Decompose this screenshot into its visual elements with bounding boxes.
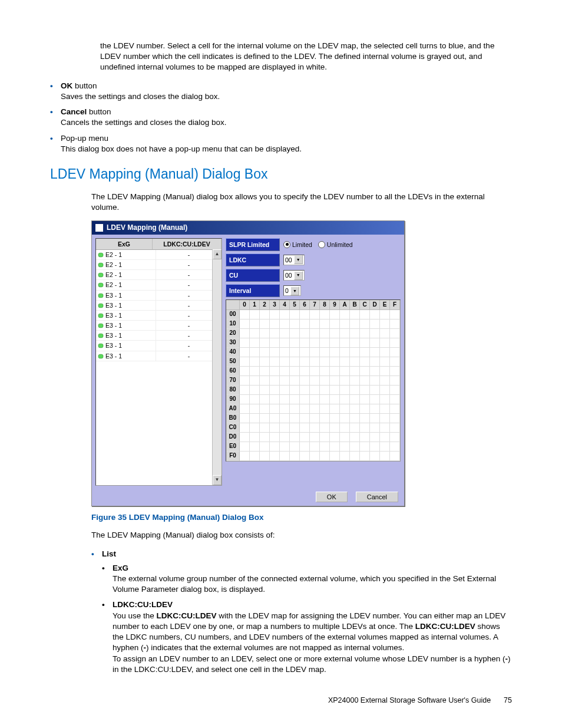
ldev-map-cell[interactable] bbox=[370, 329, 380, 338]
ldev-map-cell[interactable] bbox=[250, 348, 260, 357]
ldev-map-cell[interactable] bbox=[280, 423, 290, 433]
ldev-map-cell[interactable] bbox=[240, 338, 250, 348]
ldev-map-cell[interactable] bbox=[350, 376, 360, 386]
ldev-map-cell[interactable] bbox=[320, 423, 330, 433]
ldev-map-cell[interactable] bbox=[340, 338, 350, 348]
ldev-map-cell[interactable] bbox=[300, 319, 310, 329]
ldev-map-cell[interactable] bbox=[380, 433, 390, 442]
ldev-map-cell[interactable] bbox=[270, 414, 280, 423]
ldev-map-cell[interactable] bbox=[250, 310, 260, 319]
ldev-map-cell[interactable] bbox=[380, 367, 390, 376]
ldev-map-cell[interactable] bbox=[240, 395, 250, 404]
ldev-map-cell[interactable] bbox=[240, 310, 250, 319]
ldev-map-cell[interactable] bbox=[300, 423, 310, 433]
ldev-map-cell[interactable] bbox=[320, 319, 330, 329]
ldev-map-cell[interactable] bbox=[350, 348, 360, 357]
ldev-map-cell[interactable] bbox=[240, 433, 250, 442]
ldev-map-cell[interactable] bbox=[320, 338, 330, 348]
ldev-map-cell[interactable] bbox=[350, 395, 360, 404]
ldev-map-cell[interactable] bbox=[350, 367, 360, 376]
ldev-map-cell[interactable] bbox=[260, 404, 270, 414]
ldev-map-cell[interactable] bbox=[370, 386, 380, 395]
ldev-map-cell[interactable] bbox=[260, 395, 270, 404]
ldev-map-cell[interactable] bbox=[290, 319, 300, 329]
ldev-map-cell[interactable] bbox=[340, 414, 350, 423]
ldev-map-cell[interactable] bbox=[260, 367, 270, 376]
ldev-map-cell[interactable] bbox=[370, 338, 380, 348]
ldev-map-cell[interactable] bbox=[300, 357, 310, 367]
ldev-map-cell[interactable] bbox=[330, 329, 340, 338]
ldev-map-cell[interactable] bbox=[390, 367, 400, 376]
ldev-map-cell[interactable] bbox=[290, 367, 300, 376]
ldev-map-cell[interactable] bbox=[340, 319, 350, 329]
ldev-map-cell[interactable] bbox=[390, 414, 400, 423]
ldev-map-cell[interactable] bbox=[280, 404, 290, 414]
ldev-map-cell[interactable] bbox=[270, 357, 280, 367]
table-row[interactable]: E3 - 1- bbox=[96, 351, 222, 361]
ldev-map-cell[interactable] bbox=[330, 319, 340, 329]
ldev-map-cell[interactable] bbox=[390, 376, 400, 386]
ldev-map-cell[interactable] bbox=[300, 452, 310, 461]
ldev-map-cell[interactable] bbox=[380, 310, 390, 319]
ldev-map-cell[interactable] bbox=[360, 452, 370, 461]
ldev-map-cell[interactable] bbox=[320, 404, 330, 414]
ldev-map-cell[interactable] bbox=[280, 452, 290, 461]
ldev-map-cell[interactable] bbox=[240, 367, 250, 376]
ldev-map-cell[interactable] bbox=[380, 442, 390, 452]
external-volume-list[interactable]: ExG LDKC:CU:LDEV E2 - 1-E2 - 1-E2 - 1-E2… bbox=[95, 238, 222, 486]
ldev-map-cell[interactable] bbox=[390, 452, 400, 461]
ldev-map-cell[interactable] bbox=[360, 357, 370, 367]
ldev-map-cell[interactable] bbox=[290, 376, 300, 386]
ldev-map-cell[interactable] bbox=[330, 367, 340, 376]
ldev-map-cell[interactable] bbox=[250, 442, 260, 452]
ldev-map-cell[interactable] bbox=[280, 367, 290, 376]
ldev-map-cell[interactable] bbox=[260, 348, 270, 357]
ldev-map-cell[interactable] bbox=[360, 433, 370, 442]
ldev-map-cell[interactable] bbox=[290, 423, 300, 433]
table-row[interactable]: E3 - 1- bbox=[96, 301, 222, 311]
ldev-map-cell[interactable] bbox=[250, 357, 260, 367]
ldev-map-cell[interactable] bbox=[360, 414, 370, 423]
ldev-map-cell[interactable] bbox=[300, 310, 310, 319]
ldev-map-cell[interactable] bbox=[320, 376, 330, 386]
ldev-map-cell[interactable] bbox=[280, 376, 290, 386]
ldev-map-cell[interactable] bbox=[310, 329, 320, 338]
ldev-map-cell[interactable] bbox=[340, 348, 350, 357]
ldev-map-cell[interactable] bbox=[290, 442, 300, 452]
scroll-down-button[interactable]: ▼ bbox=[213, 475, 222, 485]
ldev-map-cell[interactable] bbox=[260, 329, 270, 338]
ldev-map-cell[interactable] bbox=[390, 433, 400, 442]
ldev-map-cell[interactable] bbox=[340, 329, 350, 338]
ldev-map-cell[interactable] bbox=[290, 386, 300, 395]
ldev-map-cell[interactable] bbox=[310, 319, 320, 329]
ldev-map-cell[interactable] bbox=[260, 357, 270, 367]
ldev-map-cell[interactable] bbox=[320, 395, 330, 404]
ldev-map-cell[interactable] bbox=[300, 395, 310, 404]
ldev-map-cell[interactable] bbox=[290, 395, 300, 404]
ldev-map-cell[interactable] bbox=[260, 452, 270, 461]
ldev-map-cell[interactable] bbox=[280, 329, 290, 338]
ldev-map-cell[interactable] bbox=[250, 386, 260, 395]
ldev-map-cell[interactable] bbox=[300, 404, 310, 414]
ldev-map-cell[interactable] bbox=[240, 452, 250, 461]
ldev-map-cell[interactable] bbox=[320, 310, 330, 319]
table-row[interactable]: E3 - 1- bbox=[96, 331, 222, 341]
ldev-map-cell[interactable] bbox=[320, 414, 330, 423]
ldev-map-cell[interactable] bbox=[320, 386, 330, 395]
ldev-map-cell[interactable] bbox=[320, 357, 330, 367]
ldev-map-cell[interactable] bbox=[270, 319, 280, 329]
ldev-map-cell[interactable] bbox=[330, 348, 340, 357]
ldev-map-cell[interactable] bbox=[310, 348, 320, 357]
ldev-map-cell[interactable] bbox=[240, 442, 250, 452]
ldev-map-cell[interactable] bbox=[250, 423, 260, 433]
ldev-map-cell[interactable] bbox=[280, 357, 290, 367]
ldev-map-cell[interactable] bbox=[280, 310, 290, 319]
ldev-map-cell[interactable] bbox=[270, 395, 280, 404]
ldev-map-cell[interactable] bbox=[320, 367, 330, 376]
ldev-map-cell[interactable] bbox=[360, 423, 370, 433]
ldev-map-cell[interactable] bbox=[350, 404, 360, 414]
ldev-map-cell[interactable] bbox=[260, 338, 270, 348]
ldev-map-cell[interactable] bbox=[380, 329, 390, 338]
interval-select[interactable]: 0▼ bbox=[283, 285, 301, 296]
ldev-map-cell[interactable] bbox=[380, 357, 390, 367]
